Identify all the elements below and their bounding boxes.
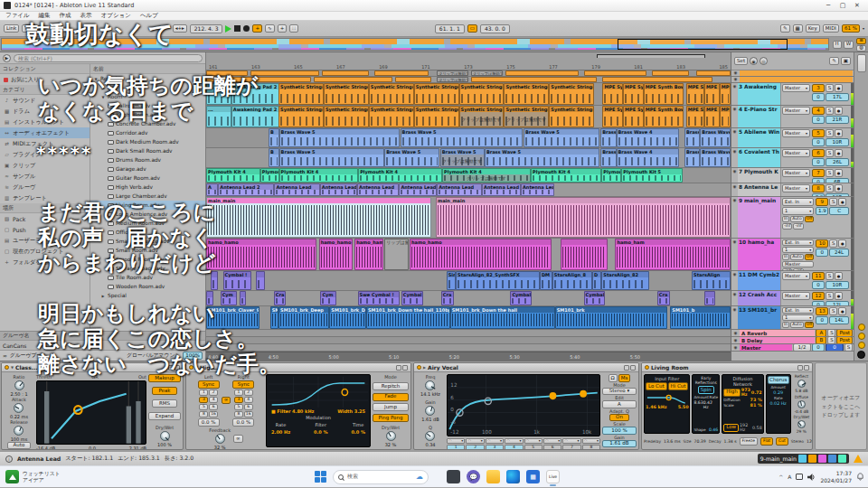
left-sync-button[interactable]: Sync bbox=[198, 380, 220, 389]
mode-repitch-button[interactable]: Repitch bbox=[373, 382, 409, 390]
tablet-icon[interactable] bbox=[796, 474, 803, 480]
freeze-infinity-icon[interactable]: ∞ bbox=[233, 435, 243, 443]
filter-type-select[interactable]: ◠▾ bbox=[543, 438, 561, 444]
ratio-knob[interactable] bbox=[14, 380, 24, 390]
post-toggle[interactable]: Post bbox=[836, 337, 853, 344]
speaker-icon[interactable] bbox=[807, 474, 816, 481]
clip[interactable]: Plymouth Kit 4クリップは無効です bbox=[442, 168, 531, 183]
master-routing[interactable]: Master bbox=[782, 261, 814, 267]
browser-item[interactable]: Small Room.adv bbox=[90, 246, 205, 255]
high-freq-value[interactable]: 973 Hz bbox=[741, 388, 750, 397]
scale-value[interactable]: 100 % bbox=[602, 427, 637, 434]
clip[interactable]: hamo_hamo bbox=[319, 239, 354, 270]
beat-5-button[interactable]: 5 bbox=[199, 404, 208, 410]
volume-value[interactable]: 0 bbox=[812, 138, 825, 146]
clip[interactable]: クリップは無効です bbox=[471, 70, 503, 76]
eq-graph[interactable]: 1260-6-12 1001k10k bbox=[447, 374, 600, 436]
clip[interactable] bbox=[211, 271, 218, 290]
pan-value[interactable]: 24L bbox=[829, 249, 849, 257]
track-header[interactable]: ◉6 Covalent ThMaster▾6S●026L bbox=[731, 148, 854, 168]
send-value[interactable]: -inf bbox=[782, 223, 792, 230]
loop-length[interactable]: 43. 0. 0 bbox=[480, 24, 510, 33]
arm-button[interactable]: ● bbox=[838, 307, 846, 315]
track-lane[interactable] bbox=[206, 337, 731, 344]
clip[interactable]: Antenna Lead bbox=[274, 183, 319, 196]
input-channel-select[interactable]: 1▾ bbox=[782, 207, 814, 215]
tree-expand-icon[interactable]: ▶ bbox=[100, 294, 106, 298]
band-toggle[interactable]: 2 bbox=[466, 445, 484, 449]
fold-icon[interactable]: ▼ bbox=[195, 365, 198, 370]
solo-button[interactable]: S bbox=[827, 330, 835, 337]
browser-item[interactable]: Smooth Room.adv bbox=[90, 255, 205, 264]
clip[interactable]: B bbox=[269, 128, 279, 147]
beat-time-ruler[interactable]: 161163165167169171173175177179181183185 bbox=[206, 52, 731, 70]
clip[interactable]: Brass Wave 5クリップは無効です bbox=[440, 148, 485, 167]
clip[interactable]: MPE Syn bbox=[704, 106, 720, 127]
browser-item[interactable]: High Verb.adv bbox=[90, 183, 205, 192]
computer-midi-keyboard-button[interactable]: ▦ bbox=[793, 24, 803, 33]
stop-button[interactable] bbox=[234, 25, 241, 32]
clip[interactable]: Brass Wave 4 bbox=[700, 128, 731, 147]
release-knob[interactable] bbox=[14, 426, 24, 436]
volume-value[interactable]: 0 bbox=[812, 116, 825, 124]
volume-value[interactable]: 0 bbox=[812, 281, 825, 289]
volume-value[interactable]: 0 bbox=[816, 249, 828, 257]
band-toggle[interactable]: 8 bbox=[582, 445, 600, 449]
clip[interactable] bbox=[471, 77, 597, 82]
low-freq-value[interactable]: 192 Hz bbox=[740, 423, 751, 432]
beat-2-button[interactable]: 2 bbox=[244, 389, 253, 396]
clip[interactable]: Synthetic Stringsクリップは無効です bbox=[504, 106, 549, 127]
pan-value[interactable]: 21R bbox=[826, 116, 849, 124]
fold-track-icon[interactable]: ◉ bbox=[731, 306, 738, 329]
rate-value[interactable]: 2.00 Hz bbox=[271, 429, 290, 435]
track-lane[interactable]: AAntenna Lead 2Antenna LeadAntenna Lead … bbox=[206, 183, 731, 197]
input-freq-value[interactable]: 1.46 kHz bbox=[646, 405, 667, 409]
compressor-graph[interactable] bbox=[36, 380, 146, 445]
filter-value[interactable]: 4.80 kHz bbox=[292, 408, 315, 414]
flat-button[interactable]: Flat bbox=[760, 437, 773, 446]
clip[interactable]: hamo_ham bbox=[615, 239, 731, 270]
track-header[interactable]: ◉11 DM Cymb2Master▾11S●010R bbox=[731, 271, 854, 291]
clip[interactable] bbox=[322, 70, 369, 76]
clip[interactable]: Plymouth Kit 4 bbox=[358, 168, 442, 183]
sidebar-item-4[interactable]: ⇄MIDIエフェクト bbox=[0, 138, 90, 149]
track-number[interactable]: 11 bbox=[812, 272, 825, 280]
drywet-knob[interactable] bbox=[797, 420, 806, 428]
edge-browser-icon[interactable] bbox=[506, 470, 520, 483]
output-routing[interactable]: 1/2 bbox=[793, 344, 811, 352]
track-header[interactable]: ◉3 AwakeningMaster▾3S●017L bbox=[731, 83, 854, 106]
freq-knob[interactable] bbox=[425, 380, 435, 390]
place-item-4[interactable]: +フォルダを追加 bbox=[0, 257, 90, 267]
filter-type-select[interactable]: ◠▾ bbox=[524, 438, 542, 444]
thresh-value[interactable]: -16.4 dB bbox=[36, 446, 55, 449]
place-item-2[interactable]: ▤ユーザーライブラリ bbox=[0, 235, 90, 246]
clip[interactable]: Plymouth Kit 4 bbox=[279, 168, 359, 183]
clip[interactable]: hamo_hamo bbox=[410, 239, 552, 270]
drywet-knob[interactable] bbox=[160, 431, 170, 441]
clip[interactable]: Brass Wave 4 bbox=[700, 148, 731, 167]
stereo-value[interactable]: 120.00 bbox=[807, 439, 812, 444]
clip[interactable]: クリップは無効です bbox=[437, 77, 468, 82]
menu-item-5[interactable]: ヘルプ bbox=[140, 12, 158, 20]
filter-label[interactable]: Filter bbox=[277, 408, 290, 414]
place-item-3[interactable]: ▢現在のプロジェクト bbox=[0, 246, 90, 257]
clip[interactable]: Brass Wave 5 bbox=[485, 148, 599, 167]
track-header[interactable]: ◉Master1/200S bbox=[731, 344, 854, 352]
browser-item[interactable]: Medium Room.adv bbox=[90, 219, 205, 228]
save-preset-icon[interactable] bbox=[630, 365, 636, 371]
clip[interactable]: StarsAlign_82_SynthSFX bbox=[456, 271, 540, 290]
device-on-icon[interactable] bbox=[417, 365, 421, 370]
beat-3-button[interactable]: 3 bbox=[199, 397, 208, 403]
browser-item[interactable]: Large Chamber.adv bbox=[90, 192, 205, 201]
track-header[interactable]: ◉7 Plymouth KMaster▾7S●06R bbox=[731, 168, 854, 183]
master-record-icon[interactable] bbox=[857, 351, 865, 359]
clip[interactable]: Antenna Lead 3 bbox=[320, 183, 357, 196]
clock[interactable]: 17:372024/01/27 bbox=[820, 470, 852, 483]
output-routing-select[interactable]: Master▾ bbox=[782, 129, 810, 137]
filter-type-select[interactable]: ◠▾ bbox=[505, 438, 523, 444]
track-number[interactable]: 3 bbox=[812, 84, 825, 92]
clip[interactable]: Cymbal ! bbox=[401, 291, 423, 305]
clip[interactable]: D bbox=[592, 271, 601, 290]
solo-button[interactable]: S bbox=[826, 84, 834, 92]
fold-track-icon[interactable]: ◉ bbox=[731, 291, 738, 305]
